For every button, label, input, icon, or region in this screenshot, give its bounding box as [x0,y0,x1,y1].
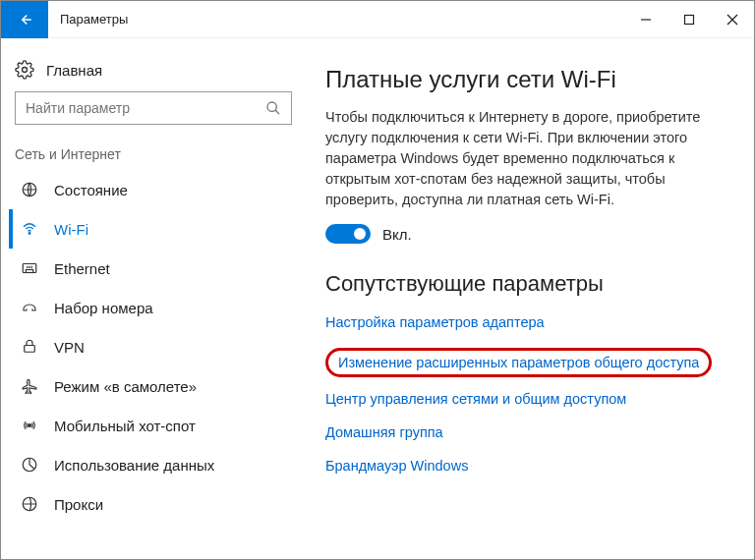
svg-point-5 [267,102,276,111]
airplane-icon [19,377,40,395]
toggle-row: Вкл. [325,224,726,244]
sidebar-item-label: Режим «в самолете» [54,378,197,395]
sidebar-item-label: Набор номера [54,300,153,316]
sidebar-item-airplane[interactable]: Режим «в самолете» [9,366,298,406]
sidebar: Главная Сеть и Интернет Состояние Wi-Fi [1,38,308,559]
section-title: Платные услуги сети Wi-Fi [325,66,726,93]
home-row[interactable]: Главная [9,52,298,91]
sidebar-item-vpn[interactable]: VPN [9,327,298,366]
link-advanced-sharing[interactable]: Изменение расширенных параметров общего … [325,348,712,377]
vpn-icon [19,338,40,356]
search-input[interactable] [26,100,265,116]
sidebar-item-dialup[interactable]: Набор номера [9,288,298,327]
maximize-icon [683,14,695,26]
settings-window: Параметры Главная Сеть и Интернет [0,0,755,560]
sidebar-item-proxy[interactable]: Прокси [9,484,298,524]
category-label: Сеть и Интернет [9,125,298,170]
sidebar-item-label: Ethernet [54,260,110,277]
link-firewall[interactable]: Брандмауэр Windows [325,458,726,474]
svg-rect-1 [685,15,694,24]
svg-line-6 [275,110,279,114]
sidebar-item-label: Мобильный хот-спот [54,418,196,434]
related-title: Сопутствующие параметры [325,271,726,297]
sidebar-item-label: Состояние [54,182,128,198]
link-homegroup[interactable]: Домашняя группа [325,424,726,440]
arrow-left-icon [16,11,33,28]
svg-point-8 [29,233,30,235]
close-button[interactable] [711,1,754,37]
back-button[interactable] [1,1,48,38]
main-panel: Платные услуги сети Wi-Fi Чтобы подключи… [308,38,754,559]
sidebar-item-label: Прокси [54,496,103,513]
close-icon [726,14,738,26]
svg-point-15 [29,424,31,427]
link-network-center[interactable]: Центр управления сетями и общим доступом [325,391,726,407]
search-box[interactable] [15,91,292,125]
globe-icon [19,181,40,198]
hotspot-icon [19,417,40,434]
section-description: Чтобы подключиться к Интернету в дороге,… [325,107,719,210]
proxy-icon [19,495,40,513]
maximize-button[interactable] [668,1,711,37]
sidebar-item-hotspot[interactable]: Мобильный хот-спот [9,406,298,445]
toggle-knob [354,228,366,240]
sidebar-item-status[interactable]: Состояние [9,170,298,209]
data-usage-icon [19,456,40,474]
minimize-button[interactable] [624,1,668,37]
toggle-label: Вкл. [382,226,412,243]
svg-rect-14 [25,346,35,353]
sidebar-item-label: VPN [54,339,85,356]
window-controls [624,1,754,37]
sidebar-item-label: Wi-Fi [54,221,88,238]
paid-wifi-toggle[interactable] [325,224,371,244]
svg-point-4 [23,68,28,73]
nav: Состояние Wi-Fi Ethernet Набор номера VP… [9,170,298,524]
sidebar-item-label: Использование данных [54,457,214,474]
titlebar: Параметры [1,1,754,38]
wifi-icon [19,220,40,238]
sidebar-item-data-usage[interactable]: Использование данных [9,445,298,484]
home-label: Главная [46,62,102,79]
sidebar-item-wifi[interactable]: Wi-Fi [9,209,298,249]
link-adapter-settings[interactable]: Настройка параметров адаптера [325,314,726,330]
ethernet-icon [19,259,40,277]
gear-icon [15,60,34,80]
search-icon [265,100,281,116]
window-title: Параметры [48,12,624,27]
content: Главная Сеть и Интернет Состояние Wi-Fi [1,38,754,559]
svg-rect-10 [26,270,33,273]
sidebar-item-ethernet[interactable]: Ethernet [9,249,298,288]
minimize-icon [640,14,652,26]
dialup-icon [19,299,40,316]
